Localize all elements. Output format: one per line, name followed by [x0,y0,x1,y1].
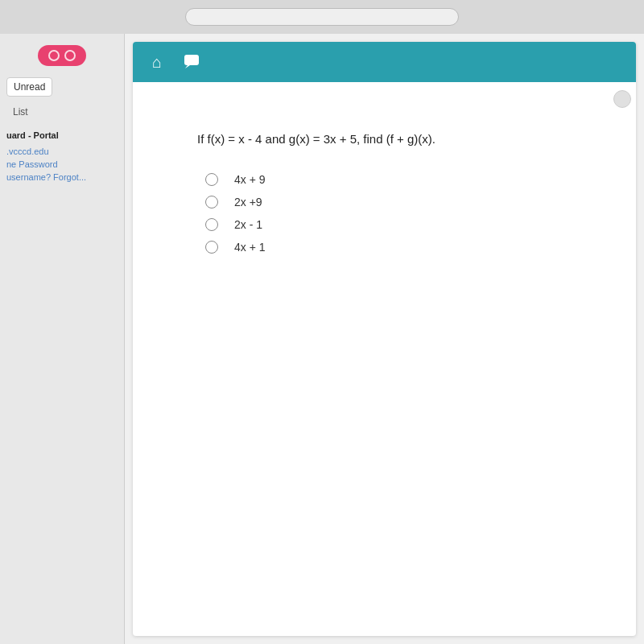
main-area: ⌂ If f(x) = x - 4 and g(x) = 3x + 5, fin… [125,34,644,644]
answer-label-c: 2x - 1 [234,218,262,231]
logo-circles [48,50,76,61]
answer-option-c[interactable]: 2x - 1 [205,218,588,231]
quiz-content: If f(x) = x - 4 and g(x) = 3x + 5, find … [133,82,636,286]
radio-c[interactable] [205,218,218,231]
radio-b[interactable] [205,196,218,208]
answer-option-b[interactable]: 2x +9 [205,196,588,208]
address-bar[interactable] [185,8,459,26]
list-button[interactable]: List [6,103,35,121]
answer-option-a[interactable]: 4x + 9 [205,173,588,186]
radio-a[interactable] [205,173,218,186]
sidebar-section-title: uard - Portal [0,130,124,145]
sidebar-link-2[interactable]: ne Password [0,158,124,171]
panel-circle-button[interactable] [613,90,631,108]
browser-bar [0,0,644,34]
radio-d[interactable] [205,241,218,254]
logo-circle-left [48,50,60,61]
svg-marker-1 [185,65,190,68]
answer-label-d: 4x + 1 [234,241,266,254]
chat-icon[interactable] [181,51,204,73]
answer-label-b: 2x +9 [234,196,262,208]
sidebar-logo [38,45,86,66]
logo-circle-right [64,50,76,61]
unread-button[interactable]: Unread [6,77,52,97]
panel-topbar: ⌂ [133,42,636,82]
answer-option-d[interactable]: 4x + 1 [205,241,588,254]
answer-label-a: 4x + 9 [234,173,266,186]
content-panel: ⌂ If f(x) = x - 4 and g(x) = 3x + 5, fin… [133,42,636,636]
sidebar-link-1[interactable]: .vcccd.edu [0,145,124,158]
answer-options: 4x + 92x +92x - 14x + 1 [205,173,588,254]
sidebar-link-3[interactable]: username? Forgot... [0,171,124,184]
question-text: If f(x) = x - 4 and g(x) = 3x + 5, find … [197,130,588,149]
sidebar: Unread List uard - Portal .vcccd.edu ne … [0,34,125,644]
svg-rect-0 [184,55,199,65]
home-icon[interactable]: ⌂ [146,51,168,73]
